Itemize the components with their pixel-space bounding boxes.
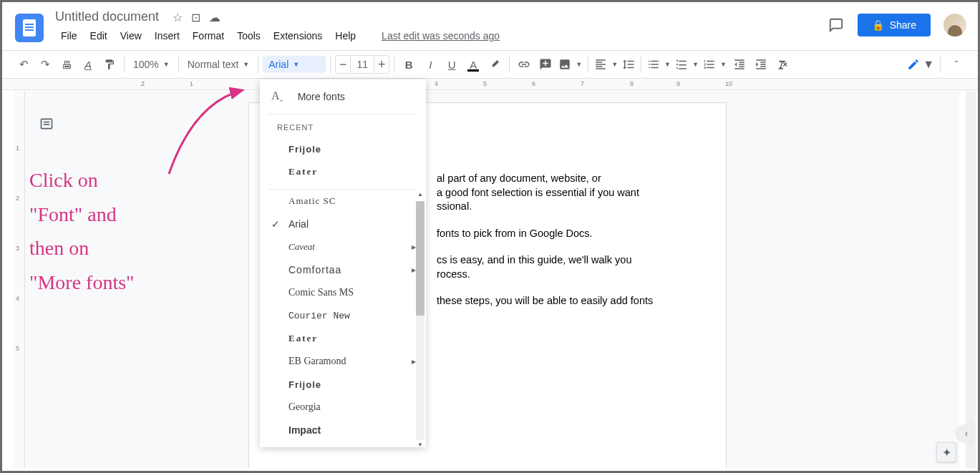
outline-toggle-icon[interactable]	[37, 114, 57, 134]
menu-insert[interactable]: Insert	[149, 27, 185, 44]
font-size-increase[interactable]: +	[374, 55, 389, 74]
numbered-list-button[interactable]: ▼	[702, 55, 728, 74]
account-avatar[interactable]	[943, 14, 966, 36]
annotation-text: Click on "Font" and then on "More fonts"	[29, 163, 135, 299]
last-edit-link[interactable]: Last edit was seconds ago	[376, 27, 505, 44]
font-recent-item[interactable]: Eater	[260, 160, 426, 183]
cloud-status-icon[interactable]: ☁	[209, 11, 220, 24]
decrease-indent-button[interactable]	[729, 54, 749, 74]
lock-icon: 🔒	[872, 19, 884, 31]
insert-image-button[interactable]: ▼	[557, 55, 583, 74]
insert-link-button[interactable]	[514, 54, 534, 74]
font-item[interactable]: Impact	[260, 419, 426, 442]
explore-button[interactable]: ✦	[936, 442, 956, 462]
more-fonts-item[interactable]: A+ More fonts	[260, 79, 426, 114]
menu-format[interactable]: Format	[187, 27, 230, 44]
paint-format-button[interactable]	[100, 54, 120, 74]
text-color-button[interactable]: A	[463, 54, 483, 74]
document-area: 1 2 3 4 5 al part of any document, websi…	[14, 91, 959, 468]
toolbar: ↶ ↷ 🖶 A 100%▼ Normal text▼ Arial▼ − + B …	[2, 50, 978, 79]
font-item[interactable]: Courier New	[260, 304, 426, 327]
font-dropdown-menu: A+ More fonts RECENT Frijole Eater Amati…	[260, 79, 426, 447]
hide-menus-button[interactable]: ˆ	[946, 54, 966, 74]
line-spacing-button[interactable]	[621, 55, 636, 74]
bulleted-list-button[interactable]: ▼	[674, 55, 700, 74]
font-list-scrollbar[interactable]: ▲ ▼	[416, 201, 424, 440]
font-item[interactable]: Frijole	[260, 373, 426, 396]
font-item[interactable]: Caveat	[260, 235, 426, 258]
font-item[interactable]: EB Garamond	[260, 350, 426, 373]
bold-button[interactable]: B	[399, 54, 419, 74]
zoom-dropdown[interactable]: 100%▼	[129, 56, 174, 73]
horizontal-ruler[interactable]: 2 1 1 2 3 4 5 6 7 8 9 10	[2, 79, 978, 90]
highlight-color-button[interactable]	[485, 54, 505, 74]
add-comment-button[interactable]	[535, 54, 556, 74]
menu-bar: File Edit View Insert Format Tools Exten…	[55, 27, 505, 44]
increase-indent-button[interactable]	[751, 54, 771, 74]
doc-text: ssional.	[437, 200, 674, 214]
styles-dropdown[interactable]: Normal text▼	[183, 56, 254, 73]
font-add-icon: A+	[271, 89, 283, 104]
checklist-button[interactable]: ▼	[646, 55, 672, 74]
vertical-ruler[interactable]: 1 2 3 4 5	[14, 91, 25, 468]
comment-history-icon[interactable]	[828, 16, 845, 34]
star-icon[interactable]: ☆	[173, 11, 183, 24]
share-button[interactable]: 🔒 Share	[858, 14, 931, 36]
print-button[interactable]: 🖶	[57, 54, 77, 74]
doc-text: rocess.	[437, 268, 674, 282]
recent-section-label: RECENT	[260, 114, 426, 137]
app-header: Untitled document ☆ ⊡ ☁ File Edit View I…	[2, 2, 978, 50]
menu-edit[interactable]: Edit	[84, 27, 113, 44]
font-size-decrease[interactable]: −	[335, 55, 351, 74]
font-size-input[interactable]	[351, 55, 374, 74]
align-button[interactable]: ▼	[593, 55, 619, 74]
font-item[interactable]: Arial	[260, 213, 426, 235]
editing-mode-button[interactable]: ▼	[907, 58, 934, 71]
annotation-arrow	[158, 84, 258, 185]
undo-button[interactable]: ↶	[14, 54, 34, 74]
doc-text: cs is easy, and in this guide, we'll wal…	[437, 253, 674, 268]
docs-logo[interactable]	[15, 14, 44, 42]
scrollbar-thumb[interactable]	[416, 201, 424, 316]
font-item[interactable]: Eater	[260, 327, 426, 350]
underline-button[interactable]: U	[442, 54, 462, 74]
redo-button[interactable]: ↷	[35, 54, 55, 74]
move-icon[interactable]: ⊡	[191, 11, 200, 24]
spellcheck-button[interactable]: A	[78, 54, 98, 74]
menu-view[interactable]: View	[115, 27, 147, 44]
clear-formatting-button[interactable]	[772, 54, 792, 74]
doc-title[interactable]: Untitled document	[55, 9, 159, 24]
side-panel-toggle[interactable]: ‹	[957, 424, 976, 443]
font-dropdown-button[interactable]: Arial▼	[263, 56, 326, 73]
font-item[interactable]: Georgia	[260, 396, 426, 419]
doc-text: fonts to pick from in Google Docs.	[437, 227, 674, 241]
font-item[interactable]: Comic Sans MS	[260, 281, 426, 304]
doc-text: a good font selection is essential if yo…	[437, 186, 674, 200]
menu-extensions[interactable]: Extensions	[268, 27, 328, 44]
font-item[interactable]: Comfortaa	[260, 258, 426, 281]
menu-help[interactable]: Help	[329, 27, 362, 44]
doc-text: al part of any document, website, or	[437, 172, 674, 186]
vertical-scrollbar[interactable]	[966, 91, 976, 468]
menu-file[interactable]: File	[55, 27, 83, 44]
font-recent-item[interactable]: Frijole	[260, 137, 426, 160]
font-item[interactable]: Amatic SC	[260, 190, 426, 213]
italic-button[interactable]: I	[420, 54, 440, 74]
doc-text: these steps, you will be able to easily …	[437, 294, 674, 308]
share-label: Share	[890, 19, 916, 31]
menu-tools[interactable]: Tools	[231, 27, 266, 44]
